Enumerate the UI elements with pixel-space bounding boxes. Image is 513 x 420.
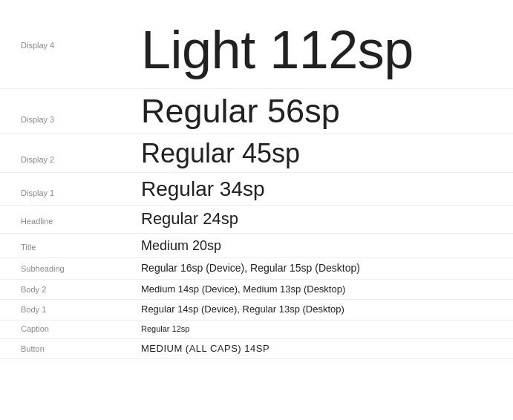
type-row-display3: Display 3Regular 56sp: [0, 89, 513, 134]
type-row-display4: Display 4Light 112sp: [0, 12, 513, 89]
type-sample-display3: Regular 56sp: [141, 92, 513, 131]
type-label-display3: Display 3: [0, 114, 141, 125]
type-sample-headline: Regular 24sp: [141, 209, 513, 230]
type-sample-body1: Regular 14sp (Device), Regular 13sp (Des…: [141, 303, 513, 317]
type-label-subheading: Subheading: [0, 263, 141, 275]
type-label-title: Title: [0, 242, 141, 253]
type-row-body2: Body 2Medium 14sp (Device), Medium 13sp …: [0, 280, 513, 301]
type-sample-body2: Medium 14sp (Device), Medium 13sp (Deskt…: [141, 283, 513, 297]
type-sample-caption: Regular 12sp: [141, 324, 513, 335]
type-sample-display1: Regular 34sp: [141, 176, 513, 202]
type-label-button: Button: [0, 344, 141, 355]
type-row-title: TitleMedium 20sp: [0, 234, 513, 258]
type-row-body1: Body 1Regular 14sp (Device), Regular 13s…: [0, 300, 513, 321]
type-sample-title: Medium 20sp: [141, 237, 513, 255]
type-label-caption: Caption: [0, 324, 141, 335]
type-row-caption: CaptionRegular 12sp: [0, 321, 513, 338]
type-label-body2: Body 2: [0, 284, 141, 295]
type-sample-button: MEDIUM (ALL CAPS) 14sp: [141, 342, 513, 355]
type-label-display1: Display 1: [0, 188, 141, 199]
type-row-button: ButtonMEDIUM (ALL CAPS) 14sp: [0, 339, 513, 359]
type-sample-display4: Light 112sp: [141, 18, 513, 82]
type-label-body1: Body 1: [0, 304, 141, 315]
type-row-headline: HeadlineRegular 24sp: [0, 206, 513, 234]
type-label-display4: Display 4: [0, 18, 141, 51]
type-label-display2: Display 2: [0, 154, 141, 165]
type-row-display2: Display 2Regular 45sp: [0, 134, 513, 173]
type-sample-subheading: Regular 16sp (Device), Regular 15sp (Des…: [141, 261, 513, 276]
type-row-subheading: SubheadingRegular 16sp (Device), Regular…: [0, 258, 513, 280]
type-label-headline: Headline: [0, 216, 141, 227]
type-sample-display2: Regular 45sp: [141, 137, 513, 169]
type-row-display1: Display 1Regular 34sp: [0, 173, 513, 206]
typography-specimen: Display 4Light 112spDisplay 3Regular 56s…: [0, 0, 513, 420]
